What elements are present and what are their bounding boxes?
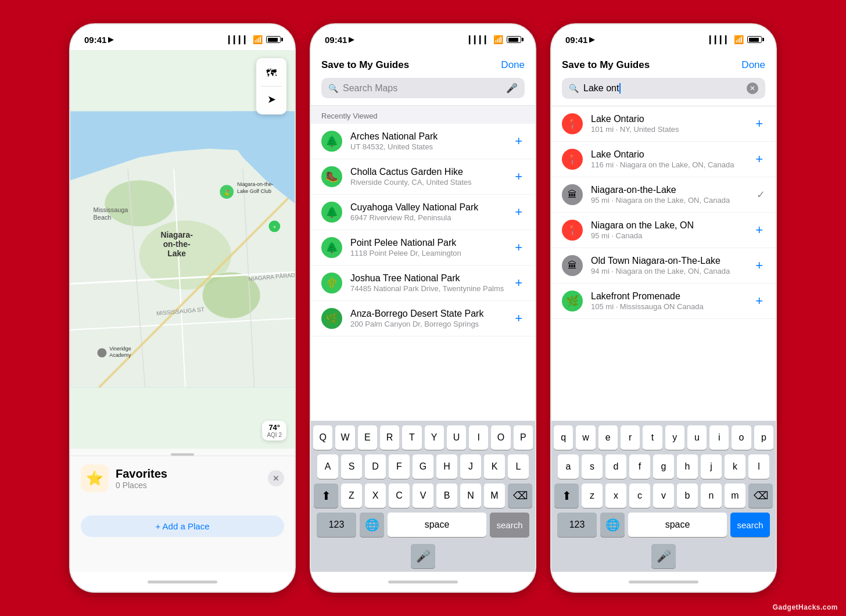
key-b[interactable]: B <box>436 484 457 508</box>
add-button[interactable]: + <box>753 152 765 167</box>
item-title: Old Town Niagara-on-The-Lake <box>591 256 745 266</box>
key-w3[interactable]: w <box>576 425 595 450</box>
key-f3[interactable]: f <box>629 454 650 479</box>
add-button[interactable]: + <box>753 258 765 273</box>
weather-badge: 74° AQI 2 <box>262 421 286 440</box>
search-bar-3[interactable]: 🔍 Lake ont ✕ <box>562 78 765 99</box>
add-button[interactable]: + <box>512 205 525 220</box>
key-d[interactable]: D <box>365 454 386 479</box>
key-t3[interactable]: t <box>643 425 662 450</box>
mic-key[interactable]: 🎤 <box>411 544 435 568</box>
key-e3[interactable]: e <box>598 425 618 450</box>
shift-key-3[interactable]: ⬆ <box>554 484 579 508</box>
key-f[interactable]: F <box>389 454 410 479</box>
key-p3[interactable]: p <box>754 425 773 450</box>
key-h[interactable]: H <box>436 454 457 479</box>
key-k3[interactable]: k <box>725 454 745 479</box>
key-z3[interactable]: z <box>582 484 603 508</box>
key-j3[interactable]: j <box>701 454 722 479</box>
key-e[interactable]: E <box>358 425 377 450</box>
key-c[interactable]: C <box>389 484 410 508</box>
key-s[interactable]: S <box>341 454 362 479</box>
key-x[interactable]: X <box>365 484 386 508</box>
svg-text:Academy: Academy <box>109 352 131 358</box>
status-icons-2: ▎▎▎▎ 📶 <box>469 35 521 44</box>
keyboard-3[interactable]: q w e r t y u i o p a s d f g h <box>551 421 776 572</box>
key-p[interactable]: P <box>514 425 533 450</box>
globe-key-3[interactable]: 🌐 <box>600 513 625 537</box>
key-u3[interactable]: u <box>687 425 707 450</box>
list-item: 🌿 Lakefront Promenade 105 mi · Mississau… <box>551 284 776 319</box>
add-button[interactable]: + <box>512 275 525 291</box>
delete-key[interactable]: ⌫ <box>508 484 532 508</box>
key-y3[interactable]: y <box>665 425 684 450</box>
key-v[interactable]: V <box>413 484 433 508</box>
space-key-3[interactable]: space <box>628 513 727 537</box>
item-title: Lake Ontario <box>591 149 745 160</box>
key-a3[interactable]: a <box>558 454 579 479</box>
delete-key-3[interactable]: ⌫ <box>748 484 773 508</box>
key-i3[interactable]: i <box>709 425 729 450</box>
map-type-button[interactable]: 🗺 <box>261 63 282 84</box>
key-m[interactable]: M <box>484 484 505 508</box>
search-key-3[interactable]: search <box>730 513 770 537</box>
add-button[interactable]: + <box>512 311 525 326</box>
add-place-button[interactable]: + Add a Place <box>81 515 284 537</box>
key-g[interactable]: G <box>413 454 433 479</box>
key-d3[interactable]: d <box>605 454 626 479</box>
close-button[interactable]: ✕ <box>268 470 284 486</box>
done-button-2[interactable]: Done <box>501 59 525 71</box>
key-j[interactable]: J <box>460 454 481 479</box>
add-button[interactable]: + <box>753 223 765 238</box>
search-bar-2[interactable]: 🔍 Search Maps 🎤 <box>321 78 525 98</box>
key-a[interactable]: A <box>317 454 338 479</box>
key-r[interactable]: R <box>380 425 399 450</box>
key-n3[interactable]: n <box>701 484 722 508</box>
key-l[interactable]: L <box>508 454 529 479</box>
mic-key-3[interactable]: 🎤 <box>651 544 676 568</box>
key-u[interactable]: U <box>447 425 466 450</box>
key-t[interactable]: T <box>402 425 421 450</box>
add-button[interactable]: + <box>512 134 525 149</box>
key-q[interactable]: Q <box>313 425 332 450</box>
number-key[interactable]: 123 <box>317 513 356 537</box>
add-button[interactable]: + <box>512 240 525 255</box>
key-y[interactable]: Y <box>425 425 444 450</box>
key-v3[interactable]: v <box>653 484 674 508</box>
key-b3[interactable]: b <box>677 484 698 508</box>
phone-2: 09:41 ▶ ▎▎▎▎ 📶 Save to My Guides Done 🔍 <box>310 23 536 593</box>
add-button[interactable]: + <box>753 116 765 131</box>
item-subtitle: 94 mi · Niagara on the Lake, ON, Canada <box>591 267 745 275</box>
add-button[interactable]: + <box>512 169 525 184</box>
search-key-2[interactable]: search <box>490 513 529 537</box>
key-r3[interactable]: r <box>621 425 640 450</box>
globe-key[interactable]: 🌐 <box>360 513 384 537</box>
key-o[interactable]: O <box>491 425 510 450</box>
done-button-3[interactable]: Done <box>741 59 765 71</box>
key-m3[interactable]: m <box>725 484 745 508</box>
key-i[interactable]: I <box>469 425 488 450</box>
key-x3[interactable]: x <box>605 484 626 508</box>
clear-search-button[interactable]: ✕ <box>747 83 758 94</box>
number-key-3[interactable]: 123 <box>557 513 597 537</box>
shift-key[interactable]: ⬆ <box>314 484 338 508</box>
key-n[interactable]: N <box>460 484 481 508</box>
add-button[interactable]: + <box>753 293 765 309</box>
space-key[interactable]: space <box>388 513 486 537</box>
key-g3[interactable]: g <box>653 454 674 479</box>
key-w[interactable]: W <box>335 425 354 450</box>
map-overlay-buttons[interactable]: 🗺 ➤ <box>256 58 286 114</box>
map-area[interactable]: Mississauga Beach Niagara- on-the- Lake … <box>70 50 295 449</box>
location-button[interactable]: ➤ <box>261 89 282 110</box>
keyboard-2[interactable]: Q W E R T Y U I O P A S D F G H <box>311 421 535 572</box>
key-k[interactable]: K <box>484 454 505 479</box>
key-l3[interactable]: l <box>748 454 769 479</box>
mic-icon-2[interactable]: 🎤 <box>506 83 518 94</box>
key-q3[interactable]: q <box>554 425 573 450</box>
item-title: Niagara on the Lake, ON <box>591 220 745 231</box>
key-c3[interactable]: c <box>629 484 650 508</box>
key-h3[interactable]: h <box>677 454 698 479</box>
key-z[interactable]: Z <box>341 484 362 508</box>
key-s3[interactable]: s <box>582 454 603 479</box>
key-o3[interactable]: o <box>732 425 751 450</box>
